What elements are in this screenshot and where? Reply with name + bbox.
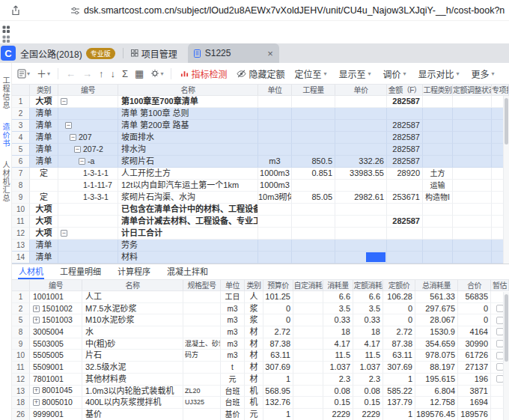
row-amount[interactable]: 28920 bbox=[387, 168, 423, 180]
resource-unit[interactable]: 工日 bbox=[221, 291, 245, 303]
consumption[interactable]: 2229 bbox=[323, 409, 353, 420]
row-project-category[interactable] bbox=[423, 132, 453, 144]
resource-unit[interactable]: 基价 bbox=[221, 409, 245, 420]
row-amount[interactable] bbox=[387, 108, 423, 120]
move-down-button[interactable]: ↓ bbox=[110, 69, 117, 79]
row-amount[interactable]: 282587 bbox=[387, 156, 423, 168]
resource-type[interactable]: 元 bbox=[245, 409, 263, 420]
total-price[interactable]: 30990 bbox=[458, 338, 491, 350]
share-icon[interactable] bbox=[10, 5, 21, 16]
consumption[interactable]: 4.17 bbox=[323, 338, 353, 350]
resource-row[interactable]: 26 9999001 基价 基价 元 1 2229 2229 1 189576.… bbox=[12, 409, 509, 420]
vertical-scrollbar[interactable] bbox=[503, 96, 509, 264]
quota-price[interactable]: 0 bbox=[383, 314, 415, 326]
budget-price[interactable]: 0 bbox=[263, 303, 293, 315]
paste-form-button[interactable]: ▾ bbox=[16, 69, 31, 79]
row-amount[interactable]: 282587 bbox=[387, 216, 423, 228]
quota-consumption[interactable]: 0.33 bbox=[353, 314, 383, 326]
total-price[interactable]: 61726 bbox=[458, 350, 491, 362]
row-type[interactable]: 定 bbox=[30, 192, 58, 204]
row-quantity[interactable] bbox=[292, 96, 335, 108]
grid-icon[interactable] bbox=[2, 35, 10, 43]
row-type[interactable]: 大项 bbox=[30, 96, 58, 108]
row-unit[interactable] bbox=[258, 108, 292, 120]
row-quota-adjust-status[interactable] bbox=[453, 180, 492, 192]
custom-consumption[interactable] bbox=[293, 386, 323, 398]
tree-expand-toggle[interactable]: + bbox=[33, 399, 40, 406]
row-project-category[interactable] bbox=[423, 96, 453, 108]
tree-collapse-toggle[interactable]: − bbox=[61, 98, 67, 105]
row-code[interactable]: −207-2 bbox=[58, 144, 118, 156]
add-row-button[interactable]: ＋▾ bbox=[36, 69, 51, 79]
consumption[interactable]: 11.5 bbox=[323, 350, 353, 362]
row-amount[interactable] bbox=[387, 252, 423, 264]
row-name[interactable]: 劳务 bbox=[118, 240, 258, 252]
row-name[interactable]: 清单 第200章 路基 bbox=[118, 120, 258, 132]
row-type[interactable]: 清单 bbox=[30, 108, 58, 120]
budget-price[interactable]: 568.95 bbox=[263, 386, 293, 398]
row-unit-price[interactable] bbox=[335, 120, 387, 132]
row-type[interactable]: 定 bbox=[30, 168, 58, 180]
row-amount[interactable]: 253671 bbox=[387, 192, 423, 204]
row-name[interactable]: 材料 bbox=[118, 252, 258, 264]
resource-name[interactable]: 水 bbox=[82, 326, 183, 338]
resource-code[interactable]: 9999001 bbox=[30, 409, 82, 420]
resource-row[interactable]: 18 +8005010 400L以内灰浆搅拌机 UJ325 台班 机 132.7… bbox=[12, 397, 509, 409]
total-consumption[interactable]: 297.675 bbox=[415, 303, 458, 315]
resource-type[interactable]: 材 bbox=[245, 326, 263, 338]
row-quota-adjust-status[interactable] bbox=[453, 252, 492, 264]
row-project-category[interactable]: 土方 bbox=[423, 168, 453, 180]
quota-consumption[interactable]: 4.17 bbox=[353, 338, 383, 350]
row-unit-price[interactable] bbox=[335, 216, 387, 228]
total-consumption[interactable]: 1530.9 bbox=[415, 326, 458, 338]
scrollbar-thumb[interactable] bbox=[505, 98, 508, 144]
quota-consumption[interactable]: 18 bbox=[353, 326, 383, 338]
grid-icon[interactable] bbox=[2, 25, 10, 34]
row-type[interactable]: 清单 bbox=[30, 144, 58, 156]
row-quota-adjust-status[interactable] bbox=[453, 132, 492, 144]
row-quota-adjust-status[interactable] bbox=[453, 144, 492, 156]
row-quota-adjust-status[interactable] bbox=[453, 240, 492, 252]
quota-price[interactable]: 585.22 bbox=[383, 386, 415, 398]
detail-tab[interactable]: 人材机 bbox=[18, 264, 44, 279]
resource-row[interactable]: 1 1001001 人工 工日 人 101.25 6.6 6.6 106.28 … bbox=[12, 291, 509, 303]
table-row[interactable]: 9 定 1-3-3-1 浆砌片石沟渠、水沟 10m3砌体 85.05 2982.… bbox=[12, 192, 509, 204]
row-quantity[interactable]: 850.5 bbox=[292, 156, 335, 168]
budget-price[interactable]: 101.25 bbox=[263, 291, 293, 303]
resource-code[interactable]: +8005010 bbox=[30, 397, 82, 409]
table-row[interactable]: 1 大项 − 第100章至700章清单 282587 bbox=[12, 96, 509, 108]
resource-name[interactable]: 32.5级水泥 bbox=[82, 362, 183, 374]
resource-code[interactable]: 5503005 bbox=[30, 338, 82, 350]
quota-price[interactable]: 87.38 bbox=[383, 338, 415, 350]
row-amount[interactable] bbox=[387, 228, 423, 240]
resource-row[interactable]: 8 3005004 水 m3 材 2.72 18 18 2.72 1530.9 … bbox=[12, 326, 509, 338]
document-tab[interactable]: S1225 × bbox=[188, 43, 279, 63]
consumption[interactable]: 18 bbox=[323, 326, 353, 338]
row-code[interactable]: − bbox=[58, 120, 118, 132]
resource-name[interactable]: 片石 bbox=[82, 350, 183, 362]
quota-consumption[interactable]: 1.037 bbox=[353, 362, 383, 374]
resource-row[interactable]: 10 5505005 片石 码方 m3 材 63.11 11.5 11.5 63… bbox=[12, 350, 509, 362]
total-price[interactable]: 56835 bbox=[458, 291, 491, 303]
row-name[interactable]: 12t以内自卸汽车运土第一个1km bbox=[118, 180, 258, 192]
row-code[interactable]: 1-3-3-1 bbox=[58, 192, 118, 204]
resource-type[interactable]: 浆 bbox=[245, 314, 263, 326]
resource-row[interactable]: 9 5503005 中(粗)砂 混凝土、砂浆用地方 m3 材 87.38 4.1… bbox=[12, 338, 509, 350]
custom-consumption[interactable] bbox=[293, 314, 323, 326]
row-unit[interactable] bbox=[258, 132, 292, 144]
total-price[interactable]: 27137 bbox=[458, 362, 491, 374]
tree-collapse-toggle[interactable]: − bbox=[65, 122, 72, 129]
resource-name[interactable]: 中(粗)砂 bbox=[82, 338, 183, 350]
resource-spec[interactable] bbox=[183, 291, 221, 303]
resource-spec[interactable] bbox=[183, 326, 221, 338]
budget-price[interactable]: 1 bbox=[263, 409, 293, 420]
resource-name[interactable]: 人工 bbox=[82, 291, 183, 303]
resource-name[interactable]: 1.0m3以内轮胎式装载机 bbox=[82, 386, 183, 398]
row-code[interactable] bbox=[58, 252, 118, 264]
resource-spec[interactable]: UJ325 bbox=[183, 397, 221, 409]
project-management-button[interactable]: 项目管理 bbox=[131, 47, 177, 60]
row-quota-adjust-status[interactable] bbox=[453, 96, 492, 108]
consumption[interactable]: 6.6 bbox=[323, 291, 353, 303]
resource-spec[interactable] bbox=[183, 374, 221, 386]
row-amount[interactable]: 282587 bbox=[387, 96, 423, 108]
